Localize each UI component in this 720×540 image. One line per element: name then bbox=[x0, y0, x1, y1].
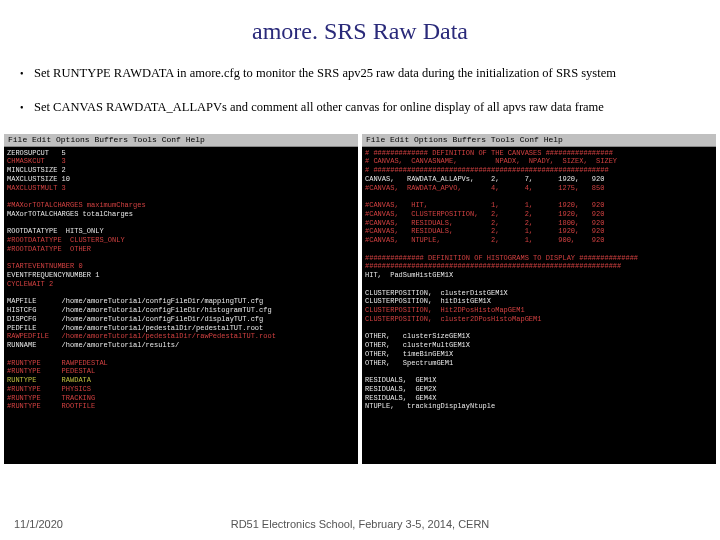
terminal-right: File Edit Options Buffers Tools Conf Hel… bbox=[362, 134, 716, 464]
footer-date: 11/1/2020 bbox=[14, 518, 63, 530]
bullet-item: • Set RUNTYPE RAWDATA in amore.cfg to mo… bbox=[20, 65, 710, 81]
slide-title: amore. SRS Raw Data bbox=[0, 18, 720, 45]
footer-center: RD51 Electronics School, February 3-5, 2… bbox=[0, 518, 720, 530]
bullet-marker: • bbox=[20, 65, 34, 81]
terminal-body: ZEROSUPCUT 5CHMASKCUT 3MINCLUSTSIZE 2MAX… bbox=[4, 147, 358, 414]
slide-footer: 11/1/2020 RD51 Electronics School, Febru… bbox=[0, 518, 720, 530]
terminal-left: File Edit Options Buffers Tools Conf Hel… bbox=[4, 134, 358, 464]
bullet-marker: • bbox=[20, 99, 34, 115]
terminal-screenshots: File Edit Options Buffers Tools Conf Hel… bbox=[0, 134, 720, 464]
bullet-text: Set CANVAS RAWDATA_ALLAPVs and comment a… bbox=[34, 99, 604, 115]
bullet-text: Set RUNTYPE RAWDATA in amore.cfg to moni… bbox=[34, 65, 616, 81]
terminal-menubar: File Edit Options Buffers Tools Conf Hel… bbox=[362, 134, 716, 147]
bullet-list: • Set RUNTYPE RAWDATA in amore.cfg to mo… bbox=[20, 65, 710, 116]
terminal-body: # ############# DEFINITION OF THE CANVAS… bbox=[362, 147, 716, 414]
terminal-menubar: File Edit Options Buffers Tools Conf Hel… bbox=[4, 134, 358, 147]
bullet-item: • Set CANVAS RAWDATA_ALLAPVs and comment… bbox=[20, 99, 710, 115]
